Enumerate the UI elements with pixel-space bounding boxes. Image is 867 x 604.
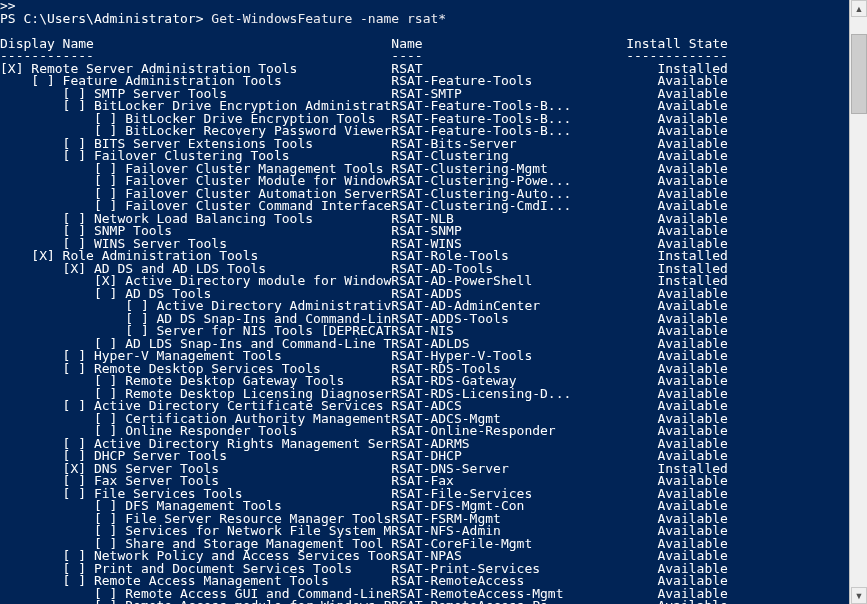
powershell-console[interactable]: >>PS C:\Users\Administrator> Get-Windows…: [0, 0, 849, 604]
vertical-scrollbar[interactable]: ▲ ▼: [849, 0, 867, 604]
prompt: PS C:\Users\Administrator>: [0, 11, 211, 26]
scrollbar-down-button[interactable]: ▼: [851, 587, 867, 604]
scrollbar-up-button[interactable]: ▲: [851, 0, 867, 17]
feature-row: [ ] Remote Access module for Windows PRS…: [0, 600, 849, 604]
scrollbar-track[interactable]: [850, 17, 867, 587]
scrollbar-thumb[interactable]: [851, 34, 867, 114]
command-text: Get-WindowsFeature -name rsat*: [211, 11, 446, 26]
